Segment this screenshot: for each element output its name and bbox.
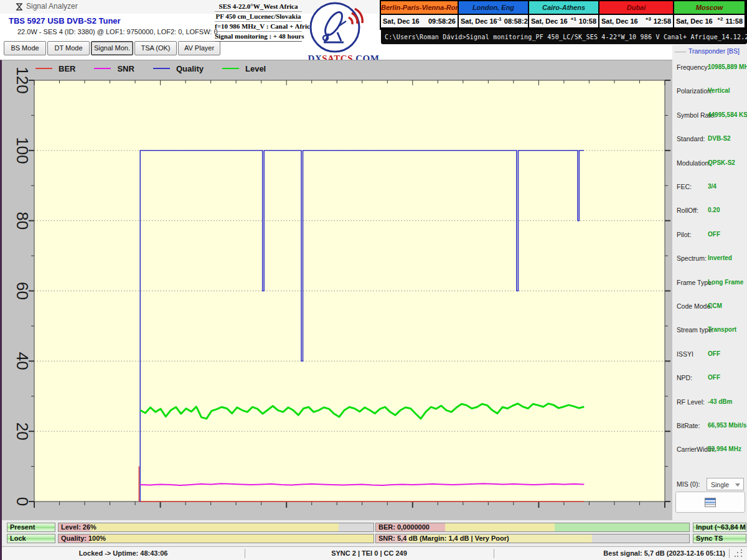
list-icon bbox=[705, 498, 716, 507]
signal-chart: 020406080100120 bbox=[2, 60, 672, 520]
svg-text:80: 80 bbox=[13, 212, 32, 230]
param-stream-type: Stream type:Transport bbox=[672, 326, 747, 336]
transponder-list-button[interactable] bbox=[675, 492, 745, 513]
legend-label: Level bbox=[245, 64, 266, 73]
param-pilot: Pilot:OFF bbox=[672, 231, 747, 241]
param-frame-type: Frame Type:Long Frame bbox=[672, 279, 747, 289]
uptime-status: Locked -> Uptime: 48:43:06 bbox=[2, 549, 245, 557]
param-value: 10985,889 MHz bbox=[708, 63, 747, 70]
status-separator bbox=[494, 549, 494, 558]
groupbox-line bbox=[675, 52, 686, 52]
clock-date: Sat, Dec 16 bbox=[531, 17, 568, 25]
clock-datetime: Sat, Dec 16+211:58 bbox=[674, 15, 745, 27]
legend-label: Quality bbox=[176, 64, 204, 73]
legend-item-quality: Quality bbox=[153, 64, 204, 73]
clock-moscow: MoscowSat, Dec 16+211:58 bbox=[674, 1, 745, 29]
clock-date: Sat, Dec 16 bbox=[676, 17, 713, 25]
clock-time: 08:58:26 bbox=[504, 17, 532, 25]
signal-chart-panel: 020406080100120 BERSNRQualityLevel bbox=[0, 60, 672, 520]
param-label: NPD: bbox=[677, 374, 692, 381]
param-label: BitRate: bbox=[677, 422, 700, 429]
tab-signal-mon[interactable]: Signal Mon. bbox=[91, 41, 133, 55]
param-value: -43 dBm bbox=[708, 398, 732, 405]
clock-utc-offset: +1 bbox=[568, 16, 579, 22]
mis-label: MIS (0): bbox=[677, 480, 700, 488]
clock-datetime: Sat, Dec 1609:58:26 bbox=[381, 15, 458, 27]
clock-city-label: Cairo-Athens bbox=[529, 1, 598, 15]
tab-tsa-ok[interactable]: TSA (OK) bbox=[134, 41, 177, 55]
legend-line-icon bbox=[35, 68, 52, 69]
ber-bar: BER: 0,0000000 bbox=[375, 523, 690, 532]
status-panel: Present Lock Level: 26% Quality: 100% BE… bbox=[0, 520, 747, 560]
clock-time: 11:58 bbox=[725, 17, 743, 25]
clock-cairo-athens: Cairo-AthensSat, Dec 16+110:58 bbox=[529, 1, 598, 29]
param-bitrate: BitRate:66,953 Mbit/s bbox=[672, 422, 747, 432]
param-label: FEC: bbox=[677, 183, 692, 190]
param-polarization: Polarization:Vertical bbox=[672, 87, 747, 97]
param-label: ISSYI bbox=[677, 350, 693, 358]
param-value: 53,994 MHz bbox=[708, 446, 741, 452]
clock-city-label: London, Eng bbox=[459, 1, 528, 15]
clock-utc-offset: -1 bbox=[497, 16, 504, 22]
param-label: Standard: bbox=[677, 135, 705, 142]
legend-line-icon bbox=[222, 68, 239, 69]
param-value: OFF bbox=[708, 231, 720, 238]
clock-city-label: Dubai bbox=[599, 1, 673, 15]
param-code-mode: Code Mode:CCM bbox=[672, 302, 747, 312]
clock-time: 10:58 bbox=[579, 17, 596, 25]
legend-item-ber: BER bbox=[35, 64, 75, 73]
resize-grip[interactable] bbox=[735, 549, 745, 559]
monitoring-header: SES 4-22.0°W_West AfricaPF 450 cm_Lucene… bbox=[215, 2, 302, 42]
svg-text:60: 60 bbox=[13, 282, 32, 300]
param-value: Vertical bbox=[708, 87, 730, 94]
param-label: Pilot: bbox=[677, 231, 691, 238]
param-rf-level: RF Level:-43 dBm bbox=[672, 398, 747, 408]
clock-dubai: DubaiSat, Dec 16+312:58 bbox=[599, 1, 673, 29]
param-value: Inverted bbox=[708, 254, 732, 261]
header-line-4: Signal monitoring : + 48 hours bbox=[215, 32, 302, 42]
param-value: OFF bbox=[708, 350, 720, 357]
status-separator bbox=[245, 549, 245, 558]
param-modulation: Modulation:QPSK-S2 bbox=[672, 159, 747, 169]
signal-analyzer-window: Signal Analyzer TBS 5927 USB DVB-S2 Tune… bbox=[0, 0, 747, 560]
status-separator bbox=[729, 549, 730, 558]
param-npd: NPD:OFF bbox=[672, 374, 747, 384]
level-bar: Level: 26% bbox=[58, 523, 374, 532]
tab-av-player[interactable]: AV Player bbox=[178, 41, 220, 55]
snr-bar: SNR: 5,4 dB (Margin: 1,4 dB | Very Poor) bbox=[375, 534, 690, 543]
param-symbol-rate: Symbol Rate:44995,584 KS/s bbox=[672, 111, 747, 121]
header-line-1: SES 4-22.0°W_West Africa bbox=[215, 2, 302, 12]
param-fec: FEC:3/4 bbox=[672, 183, 747, 193]
clock-time: 12:58 bbox=[654, 17, 671, 25]
clock-date: Sat, Dec 16 bbox=[461, 17, 497, 25]
svg-text:120: 120 bbox=[13, 67, 32, 93]
top-bar: Signal Analyzer TBS 5927 USB DVB-S2 Tune… bbox=[0, 0, 747, 60]
param-label: RollOff: bbox=[677, 207, 698, 214]
param-rolloff: RollOff:0.20 bbox=[672, 207, 747, 217]
param-frequency: Frequency:10985,889 MHz bbox=[672, 63, 747, 73]
mis-row: MIS (0): Single bbox=[672, 478, 747, 492]
lock-indicator: Lock bbox=[7, 534, 55, 543]
header-line-2: PF 450 cm_Lucenec/Slovakia bbox=[215, 12, 302, 22]
clock-london-eng: London, EngSat, Dec 16-108:58:26 bbox=[459, 1, 528, 29]
clock-utc-offset: +2 bbox=[713, 16, 726, 22]
tab-bar: BS ModeDT ModeSignal Mon.TSA (OK)AV Play… bbox=[4, 41, 222, 55]
chevron-down-icon bbox=[735, 483, 740, 487]
tuner-name: TBS 5927 USB DVB-S2 Tuner bbox=[9, 16, 121, 26]
transponder-sidebar: Transponder [BS] Frequency:10985,889 MHz… bbox=[672, 45, 747, 520]
quality-bar: Quality: 100% bbox=[58, 534, 374, 543]
svg-text:0: 0 bbox=[13, 497, 32, 506]
param-label: RF Level: bbox=[677, 398, 705, 406]
clock-date: Sat, Dec 16 bbox=[383, 17, 420, 25]
status-bar: Locked -> Uptime: 48:43:06 SYNC 2 | TEI … bbox=[2, 546, 747, 560]
clock-berlin-paris-vienna-roma: Berlin-Paris-Vienna-RomaSat, Dec 1609:58… bbox=[381, 1, 458, 29]
tab-bs-mode[interactable]: BS Mode bbox=[4, 41, 46, 55]
legend-line-icon bbox=[94, 68, 111, 69]
param-standard: Standard:DVB-S2 bbox=[672, 135, 747, 145]
legend-item-snr: SNR bbox=[94, 64, 134, 73]
svg-text:100: 100 bbox=[13, 137, 32, 164]
mis-dropdown[interactable]: Single bbox=[707, 478, 744, 490]
svg-text:20: 20 bbox=[13, 422, 32, 441]
tab-dt-mode[interactable]: DT Mode bbox=[47, 41, 90, 55]
dxsatcs-logo: DXSATCS.COM bbox=[306, 1, 381, 63]
